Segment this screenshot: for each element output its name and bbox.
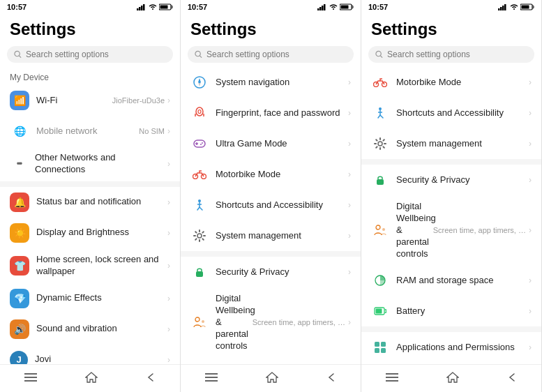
- list-item[interactable]: Google ›: [361, 363, 541, 364]
- item-content: Digital Wellbeing & parental controls: [396, 201, 433, 259]
- battery-icon: [159, 3, 173, 10]
- search-bar[interactable]: [188, 46, 354, 63]
- list-item[interactable]: System management ›: [181, 220, 361, 251]
- svg-point-30: [202, 142, 203, 144]
- home-icon[interactable]: [446, 372, 459, 386]
- item-title: Battery: [396, 306, 529, 317]
- item-content: System management: [396, 138, 529, 150]
- list-item[interactable]: 👕 Home screen, lock screen and wallpaper…: [0, 248, 180, 283]
- chevron-icon: ›: [348, 77, 351, 87]
- svg-rect-79: [513, 376, 514, 379]
- svg-line-57: [380, 56, 382, 58]
- list-item[interactable]: 🔔 Status bar and notification ›: [0, 187, 180, 218]
- status-icons: [137, 3, 173, 10]
- item-title: Ultra Game Mode: [216, 138, 348, 150]
- list-item[interactable]: Applications and Permissions ›: [361, 332, 541, 363]
- settings-list: System navigation › Fingerprint, face an…: [181, 67, 361, 364]
- status-bar: 10:57: [181, 0, 361, 14]
- list-item[interactable]: Security & Privacy ›: [181, 257, 361, 287]
- item-icon: [190, 73, 209, 91]
- item-title: Wi-Fi: [36, 95, 112, 107]
- item-content: Shortcuts and Accessibility: [216, 199, 348, 211]
- item-title: Security & Privacy: [396, 174, 529, 186]
- list-item[interactable]: RAM and storage space ›: [181, 357, 361, 364]
- chevron-icon: ›: [348, 108, 351, 118]
- item-title: Applications and Permissions: [396, 342, 529, 354]
- list-item[interactable]: Motorbike Mode ›: [361, 67, 541, 98]
- item-content: Dynamic Effects: [36, 292, 167, 304]
- list-item[interactable]: J Jovi ›: [0, 345, 180, 364]
- home-icon[interactable]: [85, 372, 98, 386]
- home-icon[interactable]: [266, 372, 278, 386]
- search-input[interactable]: [387, 50, 527, 59]
- svg-rect-55: [522, 6, 529, 9]
- list-item[interactable]: System management ›: [361, 128, 541, 159]
- item-content: Battery: [396, 306, 529, 317]
- list-item[interactable]: Ultra Game Mode ›: [181, 128, 361, 159]
- svg-rect-17: [341, 6, 349, 9]
- list-item[interactable]: ☀️ Display and Brightness ›: [0, 218, 180, 248]
- list-item[interactable]: ••• Other Networks and Connections ›: [0, 146, 180, 181]
- panel-panel2: 10:57 Settings System navigation › Finge…: [181, 0, 361, 392]
- menu-icon[interactable]: [386, 372, 398, 385]
- list-item[interactable]: System navigation ›: [181, 67, 361, 98]
- item-icon: [371, 135, 389, 153]
- list-item[interactable]: Motorbike Mode ›: [181, 159, 361, 190]
- list-item[interactable]: Digital Wellbeing & parental controls Sc…: [361, 195, 541, 265]
- chevron-icon: ›: [348, 200, 351, 210]
- item-content: Jovi: [35, 354, 167, 364]
- item-content: System navigation: [216, 77, 348, 89]
- list-item[interactable]: RAM and storage space ›: [361, 265, 541, 296]
- item-content: Status bar and notification: [36, 196, 167, 208]
- item-content: Sound and vibration: [36, 323, 167, 335]
- list-item[interactable]: Battery ›: [361, 296, 541, 326]
- menu-icon[interactable]: [24, 372, 37, 385]
- item-icon: [371, 302, 389, 320]
- back-icon[interactable]: [146, 372, 156, 385]
- list-item[interactable]: Shortcuts and Accessibility ›: [181, 190, 361, 220]
- svg-rect-11: [152, 376, 153, 379]
- chevron-icon: ›: [529, 77, 532, 87]
- back-icon[interactable]: [326, 372, 336, 385]
- search-bar[interactable]: [368, 46, 534, 63]
- list-item[interactable]: Fingerprint, face and password ›: [181, 98, 361, 128]
- chevron-icon: ›: [348, 139, 351, 149]
- list-item[interactable]: 📶 Wi-Fi JioFiber-uDu3e ›: [0, 85, 180, 116]
- item-icon: 📶: [10, 91, 29, 110]
- item-content: Shortcuts and Accessibility: [396, 107, 529, 119]
- chevron-icon: ›: [167, 228, 170, 238]
- item-content: Display and Brightness: [36, 227, 167, 239]
- chevron-icon: ›: [348, 267, 351, 277]
- search-input[interactable]: [26, 50, 166, 59]
- svg-rect-68: [375, 342, 379, 347]
- chevron-icon: ›: [348, 231, 351, 241]
- bottom-nav: [181, 364, 361, 392]
- svg-rect-0: [137, 8, 139, 10]
- item-icon: [190, 135, 209, 153]
- svg-rect-49: [333, 376, 333, 379]
- svg-point-26: [198, 110, 201, 114]
- list-item[interactable]: Shortcuts and Accessibility ›: [361, 98, 541, 128]
- chevron-icon: ›: [167, 261, 170, 271]
- time-display: 10:57: [368, 3, 388, 11]
- list-item[interactable]: Security & Privacy ›: [361, 165, 541, 195]
- signal-icon: [137, 3, 146, 10]
- search-icon: [375, 50, 383, 59]
- item-icon: 💎: [10, 289, 29, 308]
- svg-rect-69: [381, 342, 386, 347]
- back-icon[interactable]: [507, 372, 517, 385]
- status-bar: 10:57: [361, 0, 541, 14]
- search-input[interactable]: [206, 50, 347, 59]
- status-icons: [498, 3, 534, 10]
- list-item[interactable]: 🔊 Sound and vibration ›: [0, 314, 180, 345]
- list-item[interactable]: Digital Wellbeing & parental controls Sc…: [181, 287, 361, 357]
- item-icon: 🔔: [10, 193, 29, 212]
- svg-rect-70: [375, 348, 379, 353]
- list-item[interactable]: 💎 Dynamic Effects ›: [0, 283, 180, 314]
- page-title: Settings: [0, 14, 180, 43]
- menu-icon[interactable]: [205, 372, 218, 385]
- search-bar[interactable]: [7, 46, 173, 63]
- item-icon: [371, 221, 389, 239]
- list-item[interactable]: 🌐 Mobile network No SIM ›: [0, 116, 180, 146]
- svg-point-18: [195, 51, 200, 56]
